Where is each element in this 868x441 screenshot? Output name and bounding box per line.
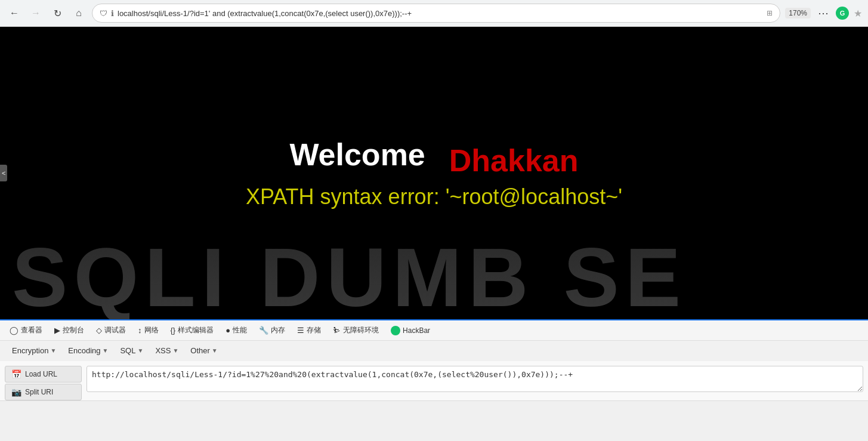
tab-performance-label: 性能 (233, 325, 247, 335)
encoding-label: Encoding (68, 346, 100, 355)
encoding-chevron-icon: ▼ (103, 347, 109, 354)
tab-hackbar[interactable]: HackBar (386, 323, 435, 338)
accessibility-icon: ⛷ (333, 326, 341, 335)
xss-chevron-icon: ▼ (172, 347, 178, 354)
tab-console[interactable]: ▶ 控制台 (50, 323, 89, 338)
hackbar-buttons: 📅 Load URL 📷 Split URI (0, 366, 87, 400)
scroll-indicator[interactable]: < (0, 165, 7, 181)
split-uri-button[interactable]: 📷 Split URI (5, 384, 82, 400)
sql-label: SQL (120, 346, 135, 355)
address-bar[interactable]: 🛡 ℹ localhost/sqli/Less-1/?id=1' and (ex… (92, 4, 780, 23)
tab-style-editor[interactable]: {} 样式编辑器 (166, 323, 219, 338)
storage-icon: ☰ (297, 326, 304, 335)
menu-other[interactable]: Other ▼ (186, 344, 222, 357)
forward-button[interactable]: → (27, 5, 44, 21)
tab-console-label: 控制台 (63, 325, 84, 335)
memory-icon: 🔧 (259, 326, 268, 335)
other-chevron-icon: ▼ (212, 347, 218, 354)
bg-decorative-text: SQLI DUMB SE (0, 236, 868, 319)
tab-hackbar-label: HackBar (403, 326, 430, 335)
tab-storage[interactable]: ☰ 存储 (292, 323, 326, 338)
nav-bar: ← → ↻ ⌂ 🛡 ℹ localhost/sqli/Less-1/?id=1'… (0, 0, 868, 26)
url-display: localhost/sqli/Less-1/?id=1' and (extrac… (118, 9, 763, 18)
welcome-label: Welcome (289, 137, 425, 172)
load-url-icon: 📅 (11, 369, 21, 379)
grammarly-icon[interactable]: G (836, 7, 849, 20)
home-button[interactable]: ⌂ (70, 5, 87, 21)
style-icon: {} (171, 326, 176, 335)
grid-icon: ⊞ (767, 9, 773, 17)
menu-encoding[interactable]: Encoding ▼ (63, 344, 113, 357)
split-uri-icon: 📷 (11, 387, 21, 397)
menu-xss[interactable]: XSS ▼ (150, 344, 183, 357)
load-url-button[interactable]: 📅 Load URL (5, 366, 82, 383)
info-icon: ℹ (111, 9, 114, 18)
other-label: Other (190, 346, 210, 355)
debugger-icon: ◇ (96, 326, 102, 335)
inspector-icon: ◯ (10, 326, 18, 335)
tab-accessibility[interactable]: ⛷ 无障碍环境 (328, 323, 384, 338)
tab-performance[interactable]: ● 性能 (221, 323, 252, 338)
tab-debugger[interactable]: ◇ 调试器 (91, 323, 131, 338)
tab-accessibility-label: 无障碍环境 (343, 325, 379, 335)
security-icon: 🛡 (100, 9, 107, 18)
tab-style-label: 样式编辑器 (178, 325, 214, 335)
xss-label: XSS (155, 346, 171, 355)
hackbar-menu-row: Encryption ▼ Encoding ▼ SQL ▼ XSS ▼ Othe… (0, 341, 868, 361)
bookmark-icon[interactable]: ★ (854, 8, 862, 19)
hackbar-panel: Encryption ▼ Encoding ▼ SQL ▼ XSS ▼ Othe… (0, 341, 868, 401)
tab-storage-label: 存储 (307, 325, 321, 335)
url-input[interactable] (87, 366, 863, 392)
tab-debugger-label: 调试器 (104, 325, 126, 335)
sql-chevron-icon: ▼ (137, 347, 143, 354)
hackbar-url-row: 📅 Load URL 📷 Split URI (0, 361, 868, 400)
tab-network[interactable]: ↕ 网络 (133, 323, 163, 338)
tab-memory[interactable]: 🔧 内存 (254, 323, 290, 338)
encryption-chevron-icon: ▼ (50, 347, 56, 354)
load-url-label: Load URL (25, 370, 57, 378)
xpath-error: XPATH syntax error: '~root@localhost~' (246, 184, 622, 209)
welcome-line: Welcome Dhakkan (289, 137, 578, 184)
browser-chrome: ← → ↻ ⌂ 🛡 ℹ localhost/sqli/Less-1/?id=1'… (0, 0, 868, 27)
menu-sql[interactable]: SQL ▼ (115, 344, 148, 357)
reload-button[interactable]: ↻ (49, 5, 66, 21)
tab-memory-label: 内存 (271, 325, 285, 335)
console-icon: ▶ (54, 326, 60, 335)
split-uri-label: Split URI (25, 388, 53, 396)
back-button[interactable]: ← (6, 5, 23, 21)
performance-icon: ● (226, 326, 230, 335)
tab-inspector[interactable]: ◯ 查看器 (5, 323, 47, 338)
hackbar-dot-icon (391, 326, 400, 335)
encryption-label: Encryption (12, 346, 48, 355)
devtools-bar: ◯ 查看器 ▶ 控制台 ◇ 调试器 ↕ 网络 {} 样式编辑器 ● 性能 🔧 内… (0, 319, 868, 341)
welcome-name: Dhakkan (449, 143, 579, 178)
browser-menu-button[interactable]: ⋯ (816, 5, 831, 21)
page-content: Welcome Dhakkan XPATH syntax error: '~ro… (0, 27, 868, 319)
network-icon: ↕ (138, 326, 142, 335)
tab-network-label: 网络 (144, 325, 159, 335)
tab-inspector-label: 查看器 (21, 325, 42, 335)
zoom-level: 170% (785, 8, 811, 18)
menu-encryption[interactable]: Encryption ▼ (7, 344, 61, 357)
